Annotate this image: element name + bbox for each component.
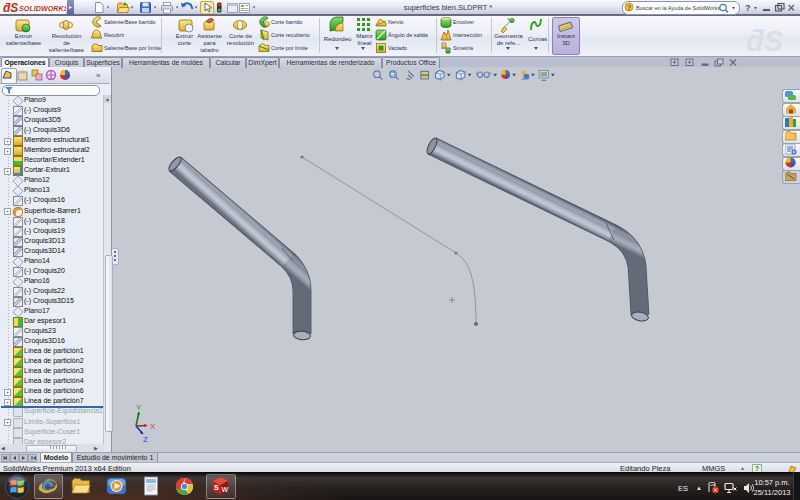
svg-text:Z: Z xyxy=(143,435,148,444)
svg-text:ƌS: ƌS xyxy=(3,1,18,14)
svg-text:S: S xyxy=(214,484,219,491)
svg-text:Buscar en la Ayuda de SolidWor: Buscar en la Ayuda de SolidWorks xyxy=(636,5,720,11)
svg-text:Y: Y xyxy=(136,403,142,412)
svg-text:W: W xyxy=(222,486,229,493)
svg-text:?: ? xyxy=(627,4,631,11)
svg-text:SOLIDWORKS: SOLIDWORKS xyxy=(19,4,66,13)
svg-text:ƌS: ƌS xyxy=(746,25,784,56)
svg-text:?: ? xyxy=(745,3,751,13)
svg-text:»: » xyxy=(96,71,101,80)
svg-text:X: X xyxy=(150,422,156,431)
